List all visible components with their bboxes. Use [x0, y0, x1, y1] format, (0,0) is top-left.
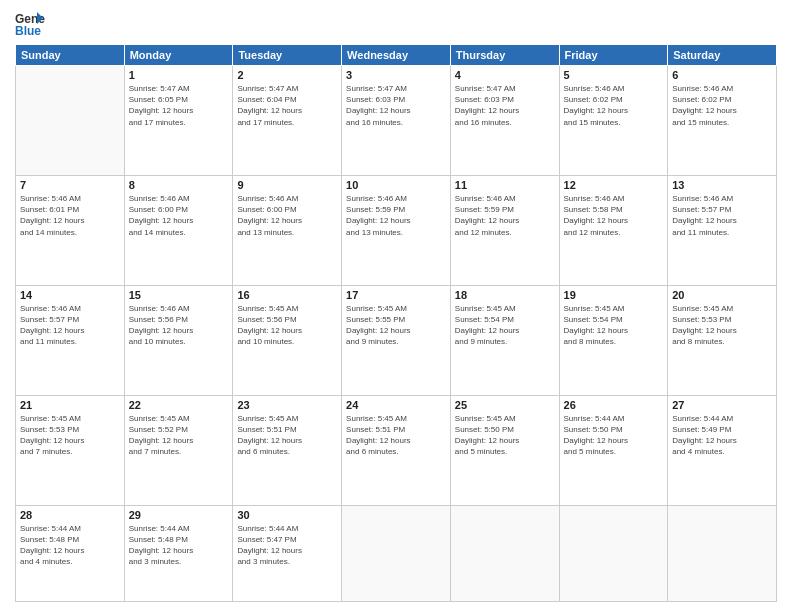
calendar-cell: 24Sunrise: 5:45 AM Sunset: 5:51 PM Dayli…	[342, 395, 451, 505]
day-info: Sunrise: 5:46 AM Sunset: 5:59 PM Dayligh…	[455, 193, 555, 238]
day-info: Sunrise: 5:47 AM Sunset: 6:03 PM Dayligh…	[455, 83, 555, 128]
day-number: 18	[455, 289, 555, 301]
day-info: Sunrise: 5:47 AM Sunset: 6:04 PM Dayligh…	[237, 83, 337, 128]
calendar-cell	[16, 66, 125, 176]
calendar-cell: 2Sunrise: 5:47 AM Sunset: 6:04 PM Daylig…	[233, 66, 342, 176]
calendar-cell: 29Sunrise: 5:44 AM Sunset: 5:48 PM Dayli…	[124, 505, 233, 601]
calendar-cell: 3Sunrise: 5:47 AM Sunset: 6:03 PM Daylig…	[342, 66, 451, 176]
calendar-cell	[450, 505, 559, 601]
calendar-cell: 28Sunrise: 5:44 AM Sunset: 5:48 PM Dayli…	[16, 505, 125, 601]
day-number: 5	[564, 69, 664, 81]
calendar-cell: 20Sunrise: 5:45 AM Sunset: 5:53 PM Dayli…	[668, 285, 777, 395]
day-info: Sunrise: 5:46 AM Sunset: 5:56 PM Dayligh…	[129, 303, 229, 348]
day-number: 19	[564, 289, 664, 301]
calendar-cell: 14Sunrise: 5:46 AM Sunset: 5:57 PM Dayli…	[16, 285, 125, 395]
day-info: Sunrise: 5:45 AM Sunset: 5:51 PM Dayligh…	[237, 413, 337, 458]
weekday-header-thursday: Thursday	[450, 45, 559, 66]
day-number: 25	[455, 399, 555, 411]
day-number: 8	[129, 179, 229, 191]
day-info: Sunrise: 5:46 AM Sunset: 6:00 PM Dayligh…	[129, 193, 229, 238]
day-info: Sunrise: 5:46 AM Sunset: 5:59 PM Dayligh…	[346, 193, 446, 238]
day-info: Sunrise: 5:45 AM Sunset: 5:51 PM Dayligh…	[346, 413, 446, 458]
calendar-cell: 13Sunrise: 5:46 AM Sunset: 5:57 PM Dayli…	[668, 175, 777, 285]
calendar-cell: 6Sunrise: 5:46 AM Sunset: 6:02 PM Daylig…	[668, 66, 777, 176]
day-number: 1	[129, 69, 229, 81]
day-info: Sunrise: 5:46 AM Sunset: 5:57 PM Dayligh…	[20, 303, 120, 348]
logo-icon: General Blue	[15, 10, 45, 38]
day-info: Sunrise: 5:47 AM Sunset: 6:03 PM Dayligh…	[346, 83, 446, 128]
day-number: 6	[672, 69, 772, 81]
day-number: 15	[129, 289, 229, 301]
calendar-week-row: 21Sunrise: 5:45 AM Sunset: 5:53 PM Dayli…	[16, 395, 777, 505]
day-number: 29	[129, 509, 229, 521]
calendar-cell: 8Sunrise: 5:46 AM Sunset: 6:00 PM Daylig…	[124, 175, 233, 285]
calendar-cell	[668, 505, 777, 601]
page: General Blue SundayMondayTuesdayWednesda…	[0, 0, 792, 612]
calendar-cell: 10Sunrise: 5:46 AM Sunset: 5:59 PM Dayli…	[342, 175, 451, 285]
calendar-cell: 18Sunrise: 5:45 AM Sunset: 5:54 PM Dayli…	[450, 285, 559, 395]
logo: General Blue	[15, 10, 45, 38]
day-number: 11	[455, 179, 555, 191]
day-number: 17	[346, 289, 446, 301]
weekday-header-row: SundayMondayTuesdayWednesdayThursdayFrid…	[16, 45, 777, 66]
day-info: Sunrise: 5:46 AM Sunset: 6:02 PM Dayligh…	[672, 83, 772, 128]
day-number: 10	[346, 179, 446, 191]
day-number: 24	[346, 399, 446, 411]
calendar-cell: 26Sunrise: 5:44 AM Sunset: 5:50 PM Dayli…	[559, 395, 668, 505]
day-info: Sunrise: 5:45 AM Sunset: 5:53 PM Dayligh…	[20, 413, 120, 458]
day-info: Sunrise: 5:45 AM Sunset: 5:56 PM Dayligh…	[237, 303, 337, 348]
day-info: Sunrise: 5:47 AM Sunset: 6:05 PM Dayligh…	[129, 83, 229, 128]
day-info: Sunrise: 5:44 AM Sunset: 5:48 PM Dayligh…	[129, 523, 229, 568]
calendar-table: SundayMondayTuesdayWednesdayThursdayFrid…	[15, 44, 777, 602]
weekday-header-friday: Friday	[559, 45, 668, 66]
day-number: 20	[672, 289, 772, 301]
calendar-week-row: 7Sunrise: 5:46 AM Sunset: 6:01 PM Daylig…	[16, 175, 777, 285]
day-number: 30	[237, 509, 337, 521]
calendar-cell: 12Sunrise: 5:46 AM Sunset: 5:58 PM Dayli…	[559, 175, 668, 285]
day-number: 28	[20, 509, 120, 521]
calendar-cell: 23Sunrise: 5:45 AM Sunset: 5:51 PM Dayli…	[233, 395, 342, 505]
day-info: Sunrise: 5:45 AM Sunset: 5:54 PM Dayligh…	[564, 303, 664, 348]
day-info: Sunrise: 5:45 AM Sunset: 5:50 PM Dayligh…	[455, 413, 555, 458]
day-info: Sunrise: 5:45 AM Sunset: 5:54 PM Dayligh…	[455, 303, 555, 348]
calendar-cell: 15Sunrise: 5:46 AM Sunset: 5:56 PM Dayli…	[124, 285, 233, 395]
day-info: Sunrise: 5:46 AM Sunset: 6:02 PM Dayligh…	[564, 83, 664, 128]
day-info: Sunrise: 5:45 AM Sunset: 5:53 PM Dayligh…	[672, 303, 772, 348]
day-info: Sunrise: 5:44 AM Sunset: 5:48 PM Dayligh…	[20, 523, 120, 568]
day-number: 14	[20, 289, 120, 301]
day-number: 21	[20, 399, 120, 411]
weekday-header-tuesday: Tuesday	[233, 45, 342, 66]
calendar-cell: 25Sunrise: 5:45 AM Sunset: 5:50 PM Dayli…	[450, 395, 559, 505]
calendar-week-row: 1Sunrise: 5:47 AM Sunset: 6:05 PM Daylig…	[16, 66, 777, 176]
weekday-header-wednesday: Wednesday	[342, 45, 451, 66]
calendar-cell: 9Sunrise: 5:46 AM Sunset: 6:00 PM Daylig…	[233, 175, 342, 285]
day-number: 13	[672, 179, 772, 191]
calendar-week-row: 28Sunrise: 5:44 AM Sunset: 5:48 PM Dayli…	[16, 505, 777, 601]
weekday-header-sunday: Sunday	[16, 45, 125, 66]
calendar-cell: 16Sunrise: 5:45 AM Sunset: 5:56 PM Dayli…	[233, 285, 342, 395]
day-info: Sunrise: 5:46 AM Sunset: 6:00 PM Dayligh…	[237, 193, 337, 238]
calendar-cell: 21Sunrise: 5:45 AM Sunset: 5:53 PM Dayli…	[16, 395, 125, 505]
calendar-cell: 4Sunrise: 5:47 AM Sunset: 6:03 PM Daylig…	[450, 66, 559, 176]
day-info: Sunrise: 5:45 AM Sunset: 5:52 PM Dayligh…	[129, 413, 229, 458]
calendar-week-row: 14Sunrise: 5:46 AM Sunset: 5:57 PM Dayli…	[16, 285, 777, 395]
day-number: 27	[672, 399, 772, 411]
day-number: 9	[237, 179, 337, 191]
day-number: 2	[237, 69, 337, 81]
weekday-header-monday: Monday	[124, 45, 233, 66]
calendar-cell	[342, 505, 451, 601]
day-info: Sunrise: 5:46 AM Sunset: 5:58 PM Dayligh…	[564, 193, 664, 238]
day-number: 3	[346, 69, 446, 81]
day-number: 23	[237, 399, 337, 411]
day-info: Sunrise: 5:44 AM Sunset: 5:50 PM Dayligh…	[564, 413, 664, 458]
day-number: 4	[455, 69, 555, 81]
calendar-cell: 7Sunrise: 5:46 AM Sunset: 6:01 PM Daylig…	[16, 175, 125, 285]
day-number: 16	[237, 289, 337, 301]
calendar-cell: 11Sunrise: 5:46 AM Sunset: 5:59 PM Dayli…	[450, 175, 559, 285]
calendar-cell: 22Sunrise: 5:45 AM Sunset: 5:52 PM Dayli…	[124, 395, 233, 505]
header: General Blue	[15, 10, 777, 38]
calendar-cell: 1Sunrise: 5:47 AM Sunset: 6:05 PM Daylig…	[124, 66, 233, 176]
day-info: Sunrise: 5:46 AM Sunset: 6:01 PM Dayligh…	[20, 193, 120, 238]
day-number: 22	[129, 399, 229, 411]
day-info: Sunrise: 5:44 AM Sunset: 5:49 PM Dayligh…	[672, 413, 772, 458]
